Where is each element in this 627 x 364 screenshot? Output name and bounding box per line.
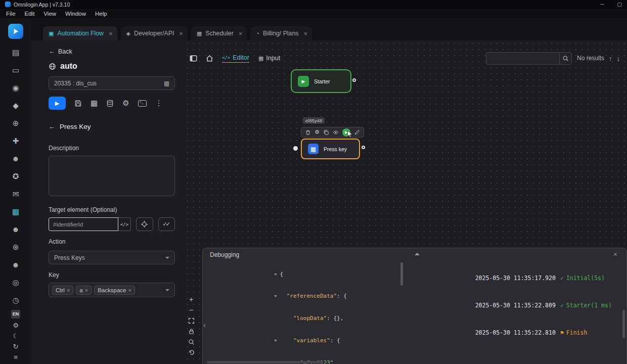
starter-output-port[interactable] [352, 78, 356, 82]
users-icon[interactable]: ☻ [10, 260, 21, 269]
globe-icon[interactable]: ⊕ [10, 119, 21, 127]
menu-help[interactable]: Help [91, 10, 112, 17]
language-badge[interactable]: EN [11, 310, 21, 318]
key-chip[interactable]: Ctrl × [52, 286, 73, 295]
scroll-left-icon[interactable]: ‹ [203, 321, 206, 329]
notes-icon[interactable]: ▤ [10, 48, 21, 57]
clock-icon[interactable]: ◷ [10, 296, 21, 304]
panel-scrollbar[interactable] [622, 310, 625, 338]
search-next-icon[interactable]: ↓ [617, 55, 620, 62]
log-message: Starter(1 ms) [566, 302, 612, 309]
menu-file[interactable]: File [2, 10, 20, 17]
undo-icon[interactable] [188, 349, 195, 356]
duplicate-node-icon[interactable] [323, 129, 329, 135]
remove-key-icon[interactable]: × [85, 287, 88, 293]
description-textarea[interactable] [49, 156, 175, 196]
fit-view-icon[interactable] [188, 317, 195, 324]
proxy-icon[interactable]: ⊛ [10, 243, 21, 251]
json-hscrollbar[interactable] [207, 361, 323, 363]
database-icon[interactable] [106, 100, 114, 107]
minimize-icon[interactable]: ─ [600, 2, 604, 7]
team-icon[interactable]: ☻ [10, 154, 21, 163]
node-settings-icon[interactable]: ⚙ [315, 129, 320, 135]
tab-scheduler[interactable]: ▦ Scheduler × [191, 26, 247, 40]
toggle-panel-icon[interactable] [189, 54, 198, 63]
json-line[interactable]: { [203, 263, 405, 286]
tab-close-icon[interactable]: × [179, 30, 183, 37]
home-icon[interactable] [205, 54, 214, 63]
tab-close-icon[interactable]: × [239, 30, 243, 37]
tab-close-icon[interactable]: × [109, 30, 113, 37]
press-key-input-port[interactable] [293, 146, 298, 151]
flow-canvas[interactable]: </> Editor ▦ Input No results [185, 40, 627, 364]
key-multiselect[interactable]: Ctrl × a × Backspace × [49, 283, 175, 297]
terminal-icon[interactable] [138, 100, 147, 107]
json-line[interactable]: "referenceData": { [203, 286, 405, 308]
json-line[interactable]: "loopData": {}, [203, 308, 405, 330]
logs-icon[interactable]: ≡ [10, 353, 21, 361]
input-view-button[interactable]: ▦ Input [258, 55, 280, 62]
press-key-output-port[interactable] [362, 146, 365, 149]
table-icon[interactable]: ▦ [91, 99, 98, 108]
back-button[interactable]: ← Back [49, 48, 175, 55]
edit-node-icon[interactable] [354, 129, 360, 135]
tab-close-icon[interactable]: × [303, 30, 307, 37]
automation-icon[interactable]: ▦ [10, 207, 21, 216]
action-select[interactable]: Press Keys [49, 251, 175, 264]
json-line[interactable]: "variables": { [203, 330, 405, 352]
tab-automation-flow[interactable]: ▣ Automation Flow × [43, 26, 117, 40]
zoom-area-icon[interactable] [188, 339, 195, 345]
menu-edit[interactable]: Edit [20, 10, 39, 17]
sync-icon[interactable]: ↻ [10, 343, 21, 350]
tab-billing-plans[interactable]: ◔ Billing/ Plans × [250, 26, 312, 40]
close-debug-icon[interactable]: × [613, 250, 617, 258]
eye-icon[interactable]: ◎ [10, 278, 21, 287]
search-icon[interactable] [559, 53, 571, 64]
monitor-icon[interactable]: ▭ [10, 66, 21, 74]
maximize-icon[interactable]: ▢ [617, 2, 622, 7]
developer-api-icon: ◈ [126, 30, 130, 37]
key-chip[interactable]: a × [76, 286, 92, 295]
verify-selector-button[interactable]: ✓✓ [158, 217, 175, 231]
editor-view-button[interactable]: </> Editor [222, 54, 249, 63]
api-icon[interactable]: ◉ [10, 83, 21, 92]
block-back-icon[interactable]: ← [49, 123, 55, 130]
more-options-icon[interactable]: ⋮ [155, 99, 163, 108]
menu-view[interactable]: View [39, 10, 61, 17]
billing-plans-icon: ◔ [256, 30, 259, 36]
collapse-panel-icon[interactable] [415, 253, 420, 255]
canvas-search-input[interactable] [486, 55, 559, 61]
run-flow-button[interactable]: ▶ [49, 97, 66, 110]
zoom-in-icon[interactable]: + [189, 296, 193, 303]
starter-node[interactable]: ▶ Starter [291, 69, 351, 93]
extensions-icon[interactable]: ✚ [10, 136, 21, 145]
zoom-out-icon[interactable]: − [189, 307, 193, 313]
key-chip[interactable]: Backspace × [94, 286, 135, 295]
watch-node-icon[interactable] [333, 129, 339, 135]
tab-developer-api[interactable]: ◈ Developer/API × [121, 26, 188, 40]
press-key-node[interactable]: ▦ Press key [301, 139, 360, 159]
expand-icon[interactable] [274, 337, 280, 345]
shield-icon[interactable]: ✪ [10, 172, 21, 180]
save-icon[interactable] [74, 100, 82, 107]
remove-key-icon[interactable]: × [128, 287, 131, 293]
pick-element-button[interactable] [136, 217, 153, 231]
expand-icon[interactable] [274, 271, 280, 279]
members-icon[interactable]: ☻ [10, 225, 21, 234]
mail-icon[interactable]: ✉ [10, 190, 21, 198]
profile-select[interactable]: 20335 : dis_cus ▦ [49, 76, 175, 90]
menu-window[interactable]: Window [61, 10, 91, 17]
json-scrollbar[interactable] [400, 262, 403, 286]
code-selector-button[interactable]: </> [118, 217, 131, 231]
search-prev-icon[interactable]: ↑ [609, 55, 612, 62]
expand-icon[interactable] [274, 293, 280, 300]
theme-moon-icon[interactable]: ☾ [10, 332, 21, 340]
app-logo[interactable] [8, 24, 23, 39]
settings-gear-icon[interactable]: ⚙ [10, 322, 21, 329]
remove-key-icon[interactable]: × [67, 287, 70, 293]
target-element-input[interactable] [49, 217, 118, 231]
settings-gear-icon[interactable]: ⚙ [122, 99, 129, 108]
tag-icon[interactable]: ◆ [10, 101, 21, 110]
lock-icon[interactable] [188, 328, 195, 335]
delete-node-icon[interactable] [305, 129, 311, 135]
